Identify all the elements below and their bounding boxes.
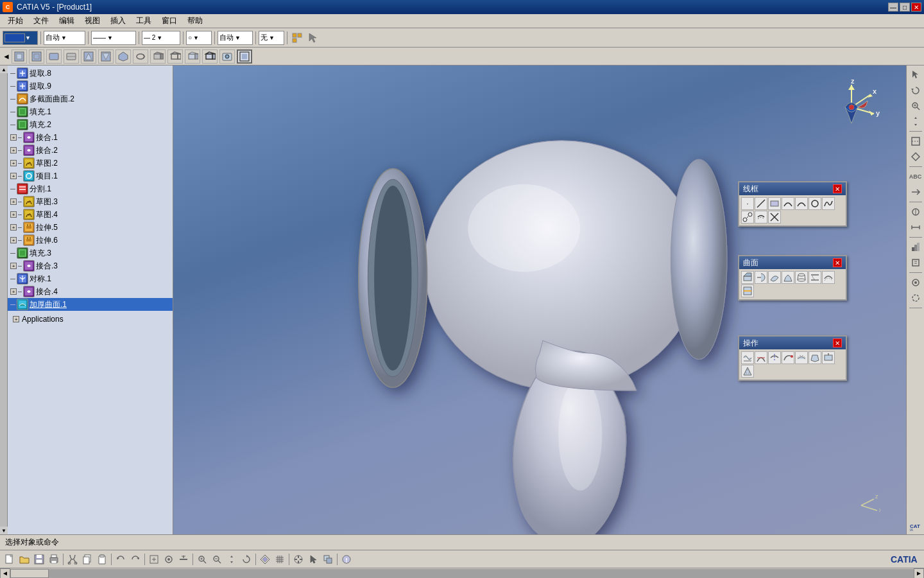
view-btn-wireframe[interactable] [167, 49, 183, 64]
wireframe-panel-close[interactable]: ✕ [833, 184, 842, 193]
ops-close-icon[interactable] [809, 351, 821, 364]
surface-panel-close[interactable]: ✕ [833, 258, 842, 267]
btn-fit-all[interactable] [147, 552, 161, 566]
ops-extract-icon[interactable] [822, 351, 835, 364]
ops-split-icon[interactable] [768, 351, 781, 364]
scroll-right[interactable]: ► [914, 568, 924, 579]
tree-item-sketch3[interactable]: + 草图.3 [8, 195, 173, 208]
tree-item-fill2[interactable]: 填充.2 [8, 118, 173, 131]
tree-item-join4[interactable]: + 接合.4 [8, 285, 173, 298]
view-btn-left[interactable] [81, 49, 96, 64]
right-abc-btn[interactable]: ABC [909, 170, 923, 184]
right-view-btn[interactable] [909, 150, 923, 164]
ops-trim-icon[interactable] [755, 351, 767, 364]
applications-expand[interactable]: + [13, 316, 19, 322]
viewport-3d[interactable]: z x y z x [173, 66, 906, 534]
surface-offset-icon[interactable] [822, 271, 835, 284]
wireframe-circle-icon[interactable] [809, 197, 821, 210]
btn-open[interactable] [17, 552, 31, 566]
view-btn-3d[interactable] [150, 49, 166, 64]
view-btn-back[interactable] [29, 49, 44, 64]
btn-3d-compass[interactable] [258, 552, 272, 566]
right-rotate-btn[interactable] [909, 83, 923, 98]
tree-scroll-down[interactable]: ▼ [0, 527, 8, 534]
menu-edit[interactable]: 编辑 [54, 14, 80, 28]
menu-tools[interactable]: 工具 [131, 14, 157, 28]
surface-blend-icon[interactable] [809, 271, 821, 284]
wireframe-panel-header[interactable]: 线框 ✕ [739, 182, 846, 195]
btn-zoom-out[interactable] [210, 552, 224, 566]
btn-copy[interactable] [80, 552, 94, 566]
sketch3-expand[interactable]: + [10, 198, 17, 205]
surface-section-icon[interactable] [741, 285, 754, 297]
btn-snap[interactable] [291, 552, 305, 566]
btn-cut[interactable] [65, 552, 80, 566]
surface-sweep-icon[interactable] [768, 271, 781, 284]
btn-cursor[interactable] [306, 552, 320, 566]
tree-item-split1[interactable]: 分割.1 [8, 182, 173, 195]
left-scroll-arrow[interactable]: ◄ [3, 52, 10, 61]
right-select-btn[interactable] [909, 68, 923, 82]
tree-item-extract8[interactable]: 提取.8 [8, 67, 173, 80]
right-pan-btn[interactable] [909, 114, 923, 128]
project1-expand[interactable]: + [10, 173, 17, 179]
ops-pattern-icon[interactable] [741, 365, 754, 378]
surface-extrude-icon[interactable] [741, 271, 754, 284]
applications-item[interactable]: + Applications [8, 313, 173, 325]
wireframe-line-icon[interactable] [755, 197, 767, 210]
ops-join-icon[interactable] [741, 351, 754, 364]
wireframe-connect-icon[interactable] [741, 211, 754, 223]
point-style-selector[interactable]: ○ ▼ [186, 31, 212, 45]
tree-item-join3[interactable]: + 接合.3 [8, 259, 173, 272]
menu-file[interactable]: 文件 [28, 14, 54, 28]
wireframe-polyline-icon[interactable] [768, 197, 781, 210]
toolbar-btn-select[interactable] [305, 31, 320, 45]
right-constraint-btn[interactable] [909, 205, 923, 219]
btn-rotate[interactable] [239, 552, 253, 566]
surface-revolve-icon[interactable] [755, 271, 767, 284]
tree-scroll[interactable]: ▲ ▼ [0, 66, 8, 534]
scroll-left[interactable]: ◄ [0, 568, 10, 579]
btn-normal-view[interactable] [162, 552, 176, 566]
view-btn-edges[interactable] [202, 49, 218, 64]
btn-sketch-tools[interactable] [176, 552, 191, 566]
layer-selector[interactable]: 自动 ▼ [44, 31, 85, 45]
right-analysis-btn[interactable] [909, 240, 923, 254]
menu-view[interactable]: 视图 [80, 14, 105, 28]
operations-panel-header[interactable]: 操作 ✕ [739, 337, 846, 349]
join2-expand[interactable]: + [10, 147, 17, 153]
minimize-button[interactable]: — [888, 3, 898, 12]
operations-panel-close[interactable]: ✕ [833, 338, 842, 347]
render-mode-selector[interactable]: 自动 ▼ [218, 31, 253, 45]
wireframe-intersect-icon[interactable] [768, 211, 781, 223]
maximize-button[interactable]: □ [900, 3, 910, 12]
color-selector[interactable]: ▼ [3, 31, 38, 45]
tree-item-project1[interactable]: + 项目.1 [8, 170, 173, 182]
thickness-selector[interactable]: — 2 ▼ [142, 31, 180, 45]
tree-item-sketch2[interactable]: + 草图.2 [8, 157, 173, 170]
tree-item-symmetry1[interactable]: 对称.1 [8, 272, 173, 285]
extrude6-expand[interactable]: + [10, 237, 17, 243]
right-arrow-btn[interactable] [909, 185, 923, 199]
surface-panel-header[interactable]: 曲面 ✕ [739, 256, 846, 269]
surface-fill-icon[interactable] [782, 271, 794, 284]
scroll-thumb[interactable] [10, 569, 49, 578]
tree-item-join2[interactable]: + 接合.2 [8, 144, 173, 157]
view-btn-top[interactable] [46, 49, 62, 64]
btn-new[interactable] [3, 552, 17, 566]
join3-expand[interactable]: + [10, 263, 17, 269]
right-zoom-btn[interactable] [909, 99, 923, 113]
btn-redo[interactable] [128, 552, 142, 566]
btn-paste[interactable] [95, 552, 109, 566]
view-btn-record[interactable] [237, 49, 252, 64]
btn-undo[interactable] [114, 552, 128, 566]
ops-curve-icon[interactable] [782, 351, 794, 364]
view-btn-isometric[interactable] [116, 49, 131, 64]
tree-item-fill3[interactable]: 填充.3 [8, 247, 173, 259]
wireframe-spline-icon[interactable] [822, 197, 835, 210]
right-measure-btn[interactable] [909, 220, 923, 234]
menu-start[interactable]: 开始 [3, 14, 28, 28]
sketch2-expand[interactable]: + [10, 160, 17, 166]
btn-pan[interactable] [225, 552, 239, 566]
ops-thick-icon[interactable] [795, 351, 808, 364]
